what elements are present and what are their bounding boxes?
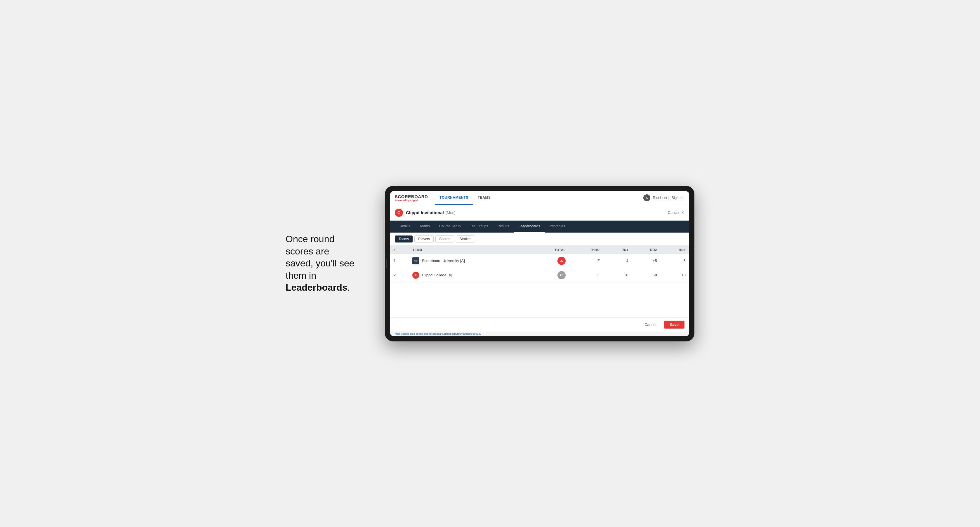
tab-course-setup[interactable]: Course Setup (434, 221, 465, 233)
tablet-side-button (386, 259, 387, 268)
team-logo-sb: SB (412, 257, 419, 264)
nav-tournaments[interactable]: TOURNAMENTS (435, 191, 473, 205)
user-avatar: S (643, 194, 650, 202)
rd2-1: +5 (632, 254, 660, 268)
team-logo-c: C (412, 271, 419, 279)
col-rank: # (390, 246, 409, 254)
rank-1: 1 (390, 254, 409, 268)
nav-links: TOURNAMENTS TEAMS (435, 191, 495, 205)
side-description: Once round scores are saved, you'll see … (286, 233, 368, 294)
col-total: TOTAL (531, 246, 569, 254)
tab-results[interactable]: Results (493, 221, 514, 233)
filter-players[interactable]: Players (414, 235, 434, 243)
table-row: 2 C Clippd College [A] +3 F (390, 268, 689, 282)
rank-2: 2 (390, 268, 409, 282)
filter-teams[interactable]: Teams (395, 235, 413, 243)
close-icon[interactable]: ✕ (681, 210, 684, 215)
col-team: TEAM (409, 246, 531, 254)
tournament-gender: (Men) (445, 210, 455, 215)
thru-1: F (569, 254, 603, 268)
col-rd2: RD2 (632, 246, 660, 254)
table-spacer (390, 283, 689, 317)
logo-sub: Powered by clippd (395, 199, 428, 202)
filter-strokes[interactable]: Strokes (456, 235, 476, 243)
nav-teams[interactable]: TEAMS (473, 191, 496, 205)
tournament-icon: C (395, 209, 403, 217)
score-badge-gray: +3 (557, 271, 566, 279)
table-header-row: # TEAM TOTAL THRU RD1 RD2 RD3 (390, 246, 689, 254)
tablet-screen: SCOREBOARD Powered by clippd TOURNAMENTS… (390, 191, 689, 336)
logo-text: SCOREBOARD (395, 194, 428, 199)
url-bar: https://stage-blue-coach.stagescoreboard… (390, 332, 689, 336)
thru-2: F (569, 268, 603, 282)
filter-scores[interactable]: Scores (435, 235, 454, 243)
cancel-button-footer[interactable]: Cancel (640, 321, 661, 329)
user-name: Test User | (653, 196, 669, 200)
nav-right: S Test User | Sign out (643, 194, 684, 202)
tab-leaderboards[interactable]: Leaderboards (514, 221, 545, 233)
tab-teams[interactable]: Teams (415, 221, 434, 233)
leaderboard-table: # TEAM TOTAL THRU RD1 RD2 RD3 1 (390, 246, 689, 283)
col-rd1: RD1 (603, 246, 632, 254)
logo-area: SCOREBOARD Powered by clippd (395, 194, 428, 202)
sub-nav: Details Teams Course Setup Tee Groups Re… (390, 221, 689, 233)
rd1-2: +8 (603, 268, 632, 282)
tab-details[interactable]: Details (395, 221, 415, 233)
rd3-2: +3 (660, 268, 689, 282)
top-nav: SCOREBOARD Powered by clippd TOURNAMENTS… (390, 191, 689, 205)
team-name-2: C Clippd College [A] (409, 268, 531, 282)
total-2: +3 (531, 268, 569, 282)
filter-row: Teams Players Scores Strokes (390, 233, 689, 246)
team-name-1: SB Scoreboard University [A] (409, 254, 531, 268)
sign-out-link[interactable]: Sign out (671, 196, 684, 200)
tablet-device: SCOREBOARD Powered by clippd TOURNAMENTS… (385, 186, 694, 341)
table-row: 1 SB Scoreboard University [A] -5 (390, 254, 689, 268)
col-thru: THRU (569, 246, 603, 254)
tab-printables[interactable]: Printables (545, 221, 570, 233)
rd3-1: -6 (660, 254, 689, 268)
cancel-button-top[interactable]: Cancel ✕ (668, 210, 684, 215)
tournament-header: C Clippd Invitational (Men) Cancel ✕ (390, 205, 689, 221)
modal-footer: Cancel Save (390, 317, 689, 332)
total-1: -5 (531, 254, 569, 268)
rd2-2: -8 (632, 268, 660, 282)
rd1-1: -4 (603, 254, 632, 268)
tab-tee-groups[interactable]: Tee Groups (465, 221, 493, 233)
score-badge-red: -5 (557, 257, 566, 265)
tournament-name: Clippd Invitational (406, 210, 444, 215)
save-button[interactable]: Save (664, 321, 684, 329)
col-rd3: RD3 (660, 246, 689, 254)
